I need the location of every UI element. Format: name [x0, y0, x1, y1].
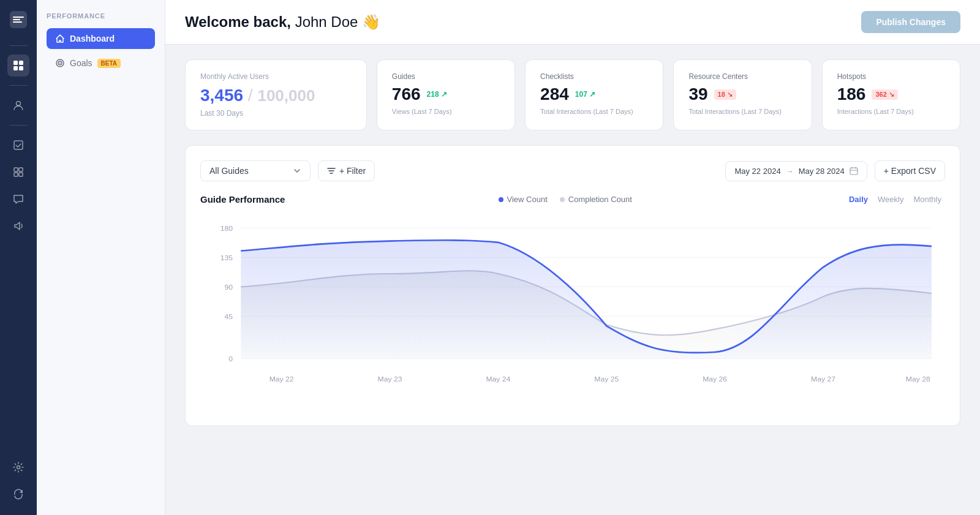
stats-row: Monthly Active Users 3,456 / 100,000 Las… [185, 59, 960, 130]
resource-centers-period: Total Interactions (Last 7 Days) [688, 108, 796, 115]
sidebar-icon-dashboard[interactable] [7, 55, 29, 77]
checklists-label: Checklists [540, 72, 648, 81]
legend-dot-blue [499, 197, 503, 202]
hotspots-value-row: 186 362 ↘ [837, 85, 945, 104]
sidebar-icon-settings[interactable] [7, 456, 29, 478]
filter-button[interactable]: + Filter [318, 160, 375, 181]
svg-rect-1 [13, 61, 18, 65]
hotspots-number: 186 [837, 85, 866, 104]
svg-rect-4 [19, 66, 23, 70]
checklists-value-row: 284 107 ↗ [540, 85, 648, 104]
export-label: + Export CSV [884, 166, 936, 176]
svg-text:May 23: May 23 [378, 375, 402, 383]
chart-legend: View Count Completion Count [499, 195, 632, 204]
sidebar-icon-users[interactable] [7, 94, 29, 116]
legend-completion-count: Completion Count [560, 195, 632, 204]
guides-label: Guides [392, 72, 500, 81]
hotspots-label: Hotspots [837, 72, 945, 81]
resource-centers-value-row: 39 18 ↘ [688, 85, 796, 104]
svg-rect-6 [14, 141, 23, 149]
svg-point-11 [17, 466, 20, 469]
date-range-picker[interactable]: May 22 2024 → May 28 2024 [725, 161, 867, 181]
guides-card: Guides 766 218 ↗ Views (Last 7 Days) [377, 59, 515, 130]
sidebar-icon-checklist[interactable] [7, 134, 29, 156]
publish-button[interactable]: Publish Changes [861, 11, 960, 33]
svg-text:90: 90 [225, 283, 233, 291]
welcome-name: John Doe 👋 [295, 13, 380, 30]
sidebar-icon-grid[interactable] [7, 161, 29, 183]
svg-rect-3 [13, 66, 18, 70]
export-csv-button[interactable]: + Export CSV [875, 160, 945, 181]
svg-text:May 25: May 25 [594, 375, 619, 383]
content-area: Monthly Active Users 3,456 / 100,000 Las… [165, 45, 980, 515]
svg-text:45: 45 [225, 312, 233, 321]
resource-centers-card: Resource Centers 39 18 ↘ Total Interacti… [673, 59, 812, 130]
left-nav-title: PERFORMANCE [47, 12, 155, 20]
hotspots-card: Hotspots 186 362 ↘ Interactions (Last 7 … [822, 59, 960, 130]
checklists-change: 107 ↗ [575, 90, 595, 99]
svg-text:0: 0 [228, 355, 233, 363]
hotspots-change: 362 ↘ [872, 89, 897, 100]
sidebar-bottom [7, 456, 29, 505]
svg-rect-8 [19, 168, 23, 171]
guides-period: Views (Last 7 Days) [392, 108, 500, 115]
guide-filter-dropdown[interactable]: All Guides [200, 160, 311, 181]
svg-text:May 22: May 22 [270, 375, 294, 383]
svg-rect-2 [19, 61, 23, 65]
sidebar-icon-message[interactable] [7, 188, 29, 210]
legend-completion-label: Completion Count [568, 195, 632, 204]
resource-centers-number: 39 [688, 85, 707, 104]
sidebar-divider-2 [9, 85, 28, 86]
guides-change: 218 ↗ [427, 90, 447, 99]
sidebar-logo [9, 10, 28, 29]
svg-point-5 [17, 102, 21, 106]
svg-point-14 [59, 62, 61, 64]
mau-limit: 100,000 [257, 86, 315, 105]
main-content: Welcome back, John Doe 👋 Publish Changes… [165, 0, 980, 515]
svg-rect-15 [850, 168, 858, 175]
tab-daily[interactable]: Daily [845, 194, 872, 205]
date-end: May 28 2024 [799, 167, 845, 176]
performance-chart: 180 135 90 45 0 May 22 May 23 May 24 May… [200, 215, 945, 411]
nav-btn-goals[interactable]: Goals BETA [47, 53, 155, 73]
filter-btn-label: + Filter [339, 166, 366, 176]
page-title: Welcome back, John Doe 👋 [185, 13, 380, 31]
resource-centers-change: 18 ↘ [714, 89, 736, 100]
svg-text:May 26: May 26 [703, 375, 727, 383]
mau-label: Monthly Active Users [200, 72, 352, 81]
sidebar-icon-refresh[interactable] [7, 483, 29, 505]
svg-text:180: 180 [221, 224, 233, 233]
tab-monthly[interactable]: Monthly [910, 194, 945, 205]
mau-card: Monthly Active Users 3,456 / 100,000 Las… [185, 59, 367, 130]
tab-weekly[interactable]: Weekly [874, 194, 907, 205]
calendar-icon [850, 167, 858, 175]
dashboard-label: Dashboard [70, 34, 115, 43]
chevron-down-icon [293, 167, 301, 175]
svg-text:May 27: May 27 [811, 375, 835, 383]
resource-centers-label: Resource Centers [688, 72, 796, 81]
nav-btn-dashboard[interactable]: Dashboard [47, 28, 155, 49]
goals-nav-icon [55, 58, 65, 68]
sidebar [0, 0, 37, 515]
checklists-number: 284 [540, 85, 569, 104]
time-tabs: Daily Weekly Monthly [845, 194, 945, 205]
hotspots-period: Interactions (Last 7 Days) [837, 108, 945, 115]
date-start: May 22 2024 [734, 167, 780, 176]
svg-rect-9 [14, 173, 18, 176]
guides-value-row: 766 218 ↗ [392, 85, 500, 104]
guide-filter-label: All Guides [209, 166, 249, 176]
view-count-area [241, 240, 932, 358]
sidebar-icon-megaphone[interactable] [7, 215, 29, 237]
chart-title: Guide Performance [200, 194, 285, 205]
sidebar-divider-top [9, 45, 28, 46]
mau-period: Last 30 Days [200, 109, 352, 118]
welcome-bold: Welcome back, [185, 13, 291, 30]
svg-rect-10 [19, 173, 23, 176]
chart-toolbar: All Guides + Filter May 22 2024 → May 28… [200, 160, 945, 181]
checklists-card: Checklists 284 107 ↗ Total Interactions … [525, 59, 663, 130]
chart-container: 180 135 90 45 0 May 22 May 23 May 24 May… [200, 215, 945, 411]
checklists-period: Total Interactions (Last 7 Days) [540, 108, 648, 115]
svg-text:May 24: May 24 [486, 375, 510, 383]
svg-rect-7 [14, 168, 18, 171]
legend-view-count: View Count [499, 195, 548, 204]
